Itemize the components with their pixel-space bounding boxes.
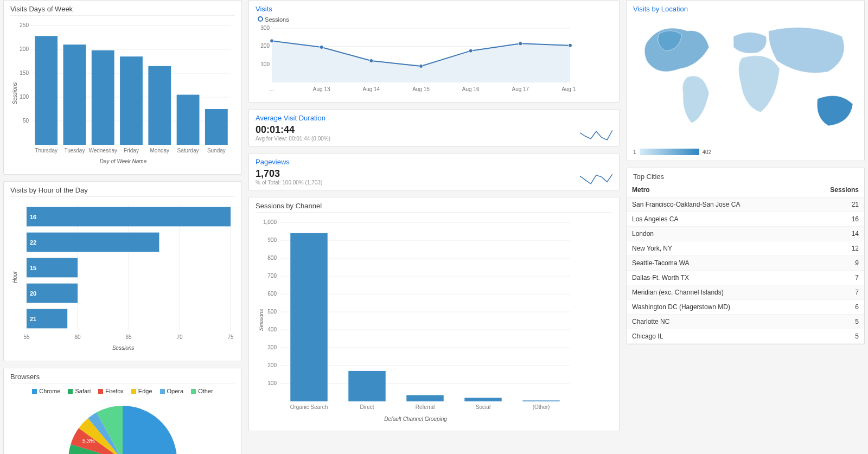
svg-rect-10 <box>35 36 58 145</box>
svg-text:65: 65 <box>125 334 132 340</box>
cell-metro: San Francisco-Oakland-San Jose CA <box>627 197 805 212</box>
svg-text:1,000: 1,000 <box>263 219 277 225</box>
cell-metro: Chicago IL <box>627 329 805 344</box>
cell-metro: Dallas-Ft. Worth TX <box>627 271 805 285</box>
svg-text:Friday: Friday <box>124 148 139 154</box>
svg-text:Wednesday: Wednesday <box>88 148 117 154</box>
panel-title: Sessions by Channel <box>249 197 619 212</box>
svg-text:5.3%: 5.3% <box>82 438 95 444</box>
svg-text:900: 900 <box>267 237 277 243</box>
svg-text:700: 700 <box>267 273 277 279</box>
svg-text:600: 600 <box>267 291 277 297</box>
table-row: Chicago IL5 <box>627 329 864 344</box>
table-row: New York, NY12 <box>627 241 864 256</box>
world-map <box>633 17 859 142</box>
cell-metro: Meridian (exc. Channel Islands) <box>627 285 805 300</box>
svg-text:Day of Week Name: Day of Week Name <box>100 158 147 164</box>
svg-text:75: 75 <box>227 334 234 340</box>
svg-text:Sessions: Sessions <box>12 82 18 105</box>
legend-item: Other <box>191 388 213 394</box>
panel-visits-line: Visits Sessions 100200300…Aug 13Aug 14Au… <box>248 0 620 103</box>
svg-rect-98 <box>522 400 559 401</box>
svg-text:22: 22 <box>30 239 36 246</box>
table-row: San Francisco-Oakland-San Jose CA21 <box>627 197 864 212</box>
svg-text:Aug 18: Aug 18 <box>561 86 576 92</box>
panel-browsers: Browsers ChromeSafariFirefoxEdgeOperaOth… <box>3 368 242 454</box>
svg-text:100: 100 <box>260 61 270 67</box>
cell-metro: New York, NY <box>627 241 805 256</box>
hod-bar-chart: 55606570751622152021HourSessions <box>10 201 236 353</box>
svg-rect-38 <box>27 233 159 252</box>
table-row: Meridian (exc. Channel Islands)7 <box>627 285 864 300</box>
avd-sub: Avg for View: 00:01:44 (0.00%) <box>249 136 619 146</box>
svg-text:…: … <box>269 86 275 92</box>
cell-metro: London <box>627 227 805 241</box>
svg-text:200: 200 <box>260 43 270 49</box>
cell-sessions: 5 <box>805 315 864 329</box>
svg-text:Monday: Monday <box>150 148 169 154</box>
avd-value: 00:01:44 <box>249 124 619 136</box>
svg-text:16: 16 <box>30 214 36 220</box>
svg-rect-18 <box>148 66 171 145</box>
svg-text:400: 400 <box>267 327 277 332</box>
panel-title: Visits by Location <box>627 1 864 15</box>
panel-title: Visits Days of Week <box>4 1 241 15</box>
svg-text:Organic Search: Organic Search <box>290 404 328 410</box>
legend-label: Sessions <box>265 16 289 23</box>
svg-text:Referral: Referral <box>416 404 435 410</box>
panel-title: Average Visit Duration <box>249 110 619 124</box>
visits-line-chart: 100200300…Aug 13Aug 14Aug 15Aug 16Aug 17… <box>256 24 576 94</box>
svg-text:Hour: Hour <box>12 271 18 283</box>
svg-rect-14 <box>92 50 114 145</box>
svg-text:500: 500 <box>267 309 277 315</box>
svg-text:Social: Social <box>476 404 490 410</box>
svg-text:Aug 14: Aug 14 <box>362 86 380 92</box>
channel-bar-chart: 1002003004005006007008009001,000Organic … <box>256 217 576 423</box>
panel-title: Top Cities <box>627 168 864 183</box>
svg-text:300: 300 <box>267 344 277 350</box>
cell-sessions: 12 <box>805 241 864 256</box>
table-row: Los Angeles CA16 <box>627 212 864 227</box>
cell-sessions: 14 <box>805 227 864 241</box>
table-row: Dallas-Ft. Worth TX7 <box>627 271 864 285</box>
svg-text:50: 50 <box>23 118 29 124</box>
browsers-pie-chart: 12.2%5.3% <box>47 398 199 454</box>
table-row: Washington DC (Hagerstown MD)6 <box>627 300 864 315</box>
cell-metro: Seattle-Tacoma WA <box>627 256 805 271</box>
legend-item: Opera <box>160 388 184 394</box>
svg-text:Direct: Direct <box>360 404 374 410</box>
svg-text:55: 55 <box>23 334 30 340</box>
cell-metro: Charlotte NC <box>627 315 805 329</box>
panel-title: Pageviews <box>249 154 619 168</box>
svg-point-61 <box>519 42 522 46</box>
cell-sessions: 6 <box>805 300 864 315</box>
panel-avg-visit-duration: Average Visit Duration 00:01:44 Avg for … <box>248 109 620 146</box>
svg-text:Aug 17: Aug 17 <box>512 86 529 92</box>
svg-text:Thursday: Thursday <box>35 148 58 154</box>
legend-item: Safari <box>68 388 91 394</box>
panel-visits-days-of-week: Visits Days of Week 50100150200250Thursd… <box>3 0 242 175</box>
svg-text:70: 70 <box>176 334 183 340</box>
svg-text:Default Channel Grouping: Default Channel Grouping <box>384 416 447 422</box>
svg-rect-94 <box>406 395 443 401</box>
svg-text:20: 20 <box>30 290 36 297</box>
pv-value: 1,703 <box>249 168 619 180</box>
panel-title: Visits <box>249 1 619 15</box>
col-metro: Metro <box>627 183 805 197</box>
svg-point-59 <box>419 65 423 68</box>
pv-sub: % of Total: 100.00% (1,703) <box>249 180 619 190</box>
visits-legend: Sessions <box>258 16 612 23</box>
svg-text:Sunday: Sunday <box>207 148 226 154</box>
svg-text:Saturday: Saturday <box>177 148 199 154</box>
svg-text:300: 300 <box>260 25 270 31</box>
pv-sparkline <box>580 172 612 186</box>
table-row: Charlotte NC5 <box>627 315 864 329</box>
browsers-legend: ChromeSafariFirefoxEdgeOperaOther <box>4 386 241 398</box>
col-sessions: Sessions <box>805 183 864 197</box>
svg-text:60: 60 <box>74 334 81 340</box>
svg-rect-16 <box>120 56 143 145</box>
cell-sessions: 5 <box>805 329 864 344</box>
svg-point-58 <box>369 59 373 63</box>
svg-rect-36 <box>27 207 231 227</box>
legend-item: Firefox <box>98 388 124 394</box>
